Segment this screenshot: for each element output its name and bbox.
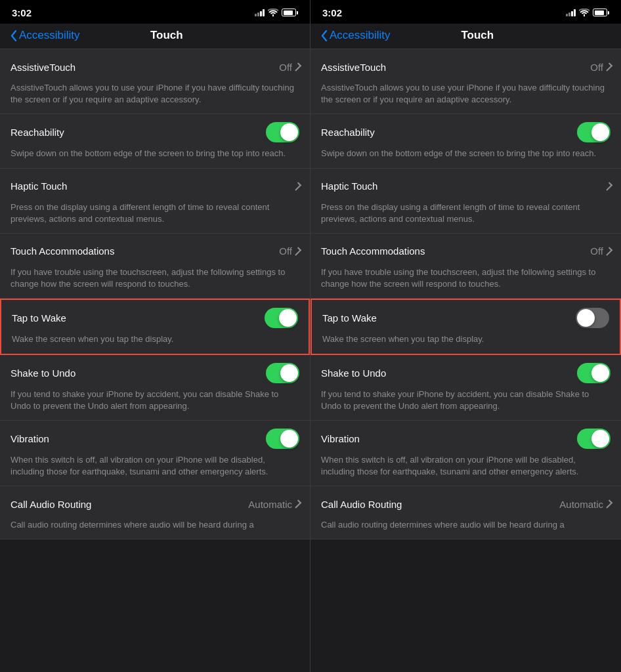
nav-title: Touch <box>80 29 253 42</box>
setting-section-touch-accommodations: Touch AccommodationsOffIf you have troub… <box>0 234 310 299</box>
back-chevron-icon <box>321 30 328 41</box>
status-icons <box>255 9 298 16</box>
toggle-knob-vibration <box>591 430 609 448</box>
setting-section-tap-to-wake: Tap to WakeWake the screen when you tap … <box>0 299 310 354</box>
setting-section-shake-to-undo: Shake to UndoIf you tend to shake your i… <box>310 355 621 421</box>
setting-description-assistive-touch: AssistiveTouch allows you to use your iP… <box>0 81 310 114</box>
setting-section-shake-to-undo: Shake to UndoIf you tend to shake your i… <box>0 355 310 421</box>
setting-row-tap-to-wake[interactable]: Tap to Wake <box>312 300 620 332</box>
chevron-icon-touch-accommodations <box>604 247 612 255</box>
setting-label-vibration: Vibration <box>11 433 266 444</box>
signal-icon <box>255 9 265 16</box>
setting-description-haptic-touch: Press on the display using a different l… <box>0 200 310 233</box>
setting-row-reachability[interactable]: Reachability <box>310 114 621 146</box>
setting-label-assistive-touch: AssistiveTouch <box>321 62 590 73</box>
setting-section-vibration: VibrationWhen this switch is off, all vi… <box>0 421 310 486</box>
setting-row-assistive-touch[interactable]: AssistiveTouchOff <box>310 49 621 81</box>
setting-value-assistive-touch: Off <box>590 62 603 73</box>
setting-section-tap-to-wake: Tap to WakeWake the screen when you tap … <box>310 299 621 354</box>
setting-section-assistive-touch: AssistiveTouchOffAssistiveTouch allows y… <box>310 49 621 114</box>
setting-section-reachability: ReachabilitySwipe down on the bottom edg… <box>310 114 621 168</box>
setting-row-call-audio-routing[interactable]: Call Audio RoutingAutomatic <box>0 486 310 518</box>
setting-section-reachability: ReachabilitySwipe down on the bottom edg… <box>0 114 310 168</box>
setting-label-tap-to-wake: Tap to Wake <box>322 312 576 324</box>
nav-header: Accessibility Touch <box>310 24 621 49</box>
setting-description-haptic-touch: Press on the display using a different l… <box>310 200 621 233</box>
back-button[interactable]: Accessibility <box>321 29 391 42</box>
setting-section-call-audio-routing: Call Audio RoutingAutomaticCall audio ro… <box>0 486 310 539</box>
setting-section-haptic-touch: Haptic TouchPress on the display using a… <box>310 169 621 234</box>
toggle-shake-to-undo[interactable] <box>577 363 610 383</box>
setting-value-call-audio-routing: Automatic <box>248 499 292 510</box>
setting-description-shake-to-undo: If you tend to shake your iPhone by acci… <box>310 387 621 420</box>
setting-label-tap-to-wake: Tap to Wake <box>12 312 265 324</box>
setting-label-haptic-touch: Haptic Touch <box>321 180 606 192</box>
back-button[interactable]: Accessibility <box>11 29 80 42</box>
toggle-knob-reachability <box>280 123 298 141</box>
setting-label-shake-to-undo: Shake to Undo <box>321 368 577 379</box>
wifi-icon <box>268 9 278 16</box>
setting-label-touch-accommodations: Touch Accommodations <box>321 245 590 257</box>
setting-value-touch-accommodations: Off <box>279 245 292 257</box>
toggle-knob-shake-to-undo <box>591 364 609 382</box>
status-time: 3:02 <box>12 7 32 18</box>
signal-icon <box>566 9 576 16</box>
setting-row-vibration[interactable]: Vibration <box>310 421 621 453</box>
setting-label-reachability: Reachability <box>11 127 266 138</box>
toggle-knob-tap-to-wake <box>279 309 297 327</box>
battery-icon <box>593 9 609 16</box>
setting-description-touch-accommodations: If you have trouble using the touchscree… <box>0 265 310 298</box>
toggle-reachability[interactable] <box>577 122 610 142</box>
setting-description-tap-to-wake: Wake the screen when you tap the display… <box>1 332 309 353</box>
setting-description-tap-to-wake: Wake the screen when you tap the display… <box>312 332 620 353</box>
setting-description-touch-accommodations: If you have trouble using the touchscree… <box>310 265 621 298</box>
setting-row-call-audio-routing[interactable]: Call Audio RoutingAutomatic <box>310 486 621 518</box>
battery-icon <box>282 9 298 16</box>
setting-row-shake-to-undo[interactable]: Shake to Undo <box>310 355 621 387</box>
setting-label-shake-to-undo: Shake to Undo <box>11 368 266 379</box>
toggle-knob-tap-to-wake <box>577 309 595 327</box>
setting-section-vibration: VibrationWhen this switch is off, all vi… <box>310 421 621 486</box>
toggle-knob-shake-to-undo <box>280 364 298 382</box>
setting-label-call-audio-routing: Call Audio Routing <box>11 499 248 510</box>
setting-label-reachability: Reachability <box>321 127 577 138</box>
setting-row-tap-to-wake[interactable]: Tap to Wake <box>1 300 309 332</box>
setting-row-haptic-touch[interactable]: Haptic Touch <box>0 169 310 200</box>
setting-value-touch-accommodations: Off <box>590 245 603 257</box>
setting-description-assistive-touch: AssistiveTouch allows you to use your iP… <box>310 81 621 114</box>
status-icons <box>566 9 609 16</box>
chevron-icon-touch-accommodations <box>293 247 301 255</box>
setting-label-touch-accommodations: Touch Accommodations <box>11 245 279 257</box>
toggle-reachability[interactable] <box>266 122 299 142</box>
chevron-icon-call-audio-routing <box>293 500 301 509</box>
back-label: Accessibility <box>19 29 80 42</box>
chevron-icon-assistive-touch <box>604 62 612 71</box>
setting-row-haptic-touch[interactable]: Haptic Touch <box>310 169 621 200</box>
setting-row-reachability[interactable]: Reachability <box>0 114 310 146</box>
chevron-icon-call-audio-routing <box>604 500 612 509</box>
status-time: 3:02 <box>322 7 342 18</box>
setting-value-assistive-touch: Off <box>279 62 292 73</box>
setting-description-call-audio-routing: Call audio routing determines where audi… <box>0 518 310 539</box>
toggle-tap-to-wake[interactable] <box>265 308 298 328</box>
setting-label-call-audio-routing: Call Audio Routing <box>321 499 559 510</box>
toggle-shake-to-undo[interactable] <box>266 363 299 383</box>
setting-row-touch-accommodations[interactable]: Touch AccommodationsOff <box>310 234 621 265</box>
toggle-vibration[interactable] <box>577 429 610 449</box>
chevron-icon-assistive-touch <box>293 62 301 71</box>
toggle-knob-vibration <box>280 430 298 448</box>
setting-row-touch-accommodations[interactable]: Touch AccommodationsOff <box>0 234 310 265</box>
phone-panel-left: 3:02 <box>0 0 310 672</box>
nav-title: Touch <box>391 29 565 42</box>
setting-section-assistive-touch: AssistiveTouchOffAssistiveTouch allows y… <box>0 49 310 114</box>
toggle-tap-to-wake[interactable] <box>576 308 609 328</box>
setting-value-call-audio-routing: Automatic <box>559 499 603 510</box>
setting-section-touch-accommodations: Touch AccommodationsOffIf you have troub… <box>310 234 621 299</box>
setting-section-call-audio-routing: Call Audio RoutingAutomaticCall audio ro… <box>310 486 621 539</box>
setting-row-shake-to-undo[interactable]: Shake to Undo <box>0 355 310 387</box>
phone-panel-right: 3:02 <box>310 0 621 672</box>
toggle-vibration[interactable] <box>266 429 299 449</box>
setting-description-reachability: Swipe down on the bottom edge of the scr… <box>310 146 621 167</box>
setting-row-assistive-touch[interactable]: AssistiveTouchOff <box>0 49 310 81</box>
setting-row-vibration[interactable]: Vibration <box>0 421 310 453</box>
